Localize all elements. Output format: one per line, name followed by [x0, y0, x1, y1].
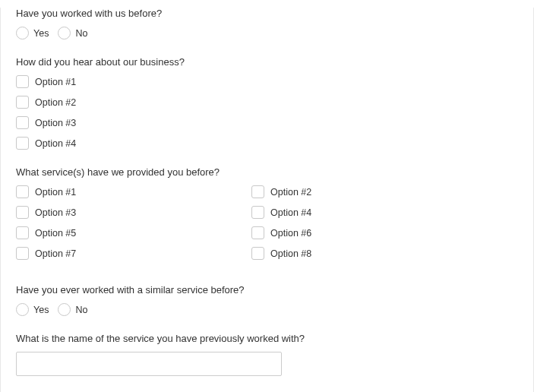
checkbox-option-3: Option #3 — [16, 206, 251, 219]
field-worked-before: Have you worked with us before? Yes No — [16, 8, 518, 40]
checkbox-input[interactable] — [16, 116, 29, 129]
checkbox-option-2: Option #2 — [16, 96, 518, 109]
question-label: How did you hear about our business? — [16, 56, 518, 68]
field-service-name: What is the name of the service you have… — [16, 333, 518, 376]
checkbox-input[interactable] — [251, 206, 264, 219]
checkbox-option-4: Option #4 — [16, 137, 518, 150]
checkbox-label: Option #3 — [35, 207, 76, 218]
checkbox-label: Option #1 — [35, 187, 76, 198]
checkbox-option-1: Option #1 — [16, 185, 251, 198]
checkbox-option-4: Option #4 — [251, 206, 487, 219]
radio-no[interactable] — [58, 27, 71, 40]
checkbox-input[interactable] — [16, 226, 29, 239]
form-container: Have you worked with us before? Yes No H… — [0, 8, 534, 392]
checkbox-option-5: Option #5 — [16, 226, 251, 239]
checkbox-label: Option #2 — [270, 187, 311, 198]
radio-yes[interactable] — [16, 303, 29, 316]
question-label: Have you worked with us before? — [16, 8, 518, 19]
checkbox-label: Option #4 — [35, 138, 76, 149]
field-hear-about: How did you hear about our business? Opt… — [16, 56, 518, 150]
checkbox-option-1: Option #1 — [16, 75, 518, 88]
field-similar-service: Have you ever worked with a similar serv… — [16, 284, 518, 316]
checkbox-input[interactable] — [16, 96, 29, 109]
checkbox-label: Option #1 — [35, 77, 76, 87]
checkbox-option-3: Option #3 — [16, 116, 518, 129]
checkbox-input[interactable] — [16, 247, 29, 260]
question-label: Have you ever worked with a similar serv… — [16, 284, 518, 296]
checkbox-label: Option #4 — [270, 207, 311, 218]
checkbox-label: Option #6 — [270, 228, 311, 239]
checkbox-input[interactable] — [16, 75, 29, 88]
checkbox-input[interactable] — [16, 185, 29, 198]
question-label: What service(s) have we provided you bef… — [16, 166, 518, 178]
checkbox-option-7: Option #7 — [16, 247, 251, 260]
radio-group-worked-before: Yes No — [16, 27, 518, 40]
checkbox-label: Option #7 — [35, 248, 76, 259]
checkbox-option-6: Option #6 — [251, 226, 487, 239]
checkbox-label: Option #2 — [35, 97, 76, 108]
radio-group-similar-service: Yes No — [16, 303, 518, 316]
checkbox-label: Option #5 — [35, 228, 76, 239]
checkbox-input[interactable] — [251, 185, 264, 198]
checkbox-label: Option #3 — [35, 118, 76, 128]
checkbox-input[interactable] — [16, 206, 29, 219]
checkbox-label: Option #8 — [270, 248, 311, 259]
radio-no[interactable] — [58, 303, 71, 316]
radio-no-label: No — [75, 305, 87, 315]
question-label: What is the name of the service you have… — [16, 333, 518, 344]
radio-no-label: No — [75, 28, 87, 39]
checkbox-input[interactable] — [251, 226, 264, 239]
checkbox-group-services: Option #1 Option #2 Option #3 Option #4 … — [16, 185, 487, 267]
checkbox-group-hear-about: Option #1 Option #2 Option #3 Option #4 — [16, 75, 518, 150]
checkbox-option-8: Option #8 — [251, 247, 487, 260]
radio-yes-label: Yes — [33, 28, 49, 39]
checkbox-input[interactable] — [251, 247, 264, 260]
checkbox-option-2: Option #2 — [251, 185, 487, 198]
field-services-provided: What service(s) have we provided you bef… — [16, 166, 518, 267]
service-name-input[interactable] — [16, 352, 282, 376]
radio-yes[interactable] — [16, 27, 29, 40]
radio-yes-label: Yes — [33, 305, 49, 315]
checkbox-input[interactable] — [16, 137, 29, 150]
